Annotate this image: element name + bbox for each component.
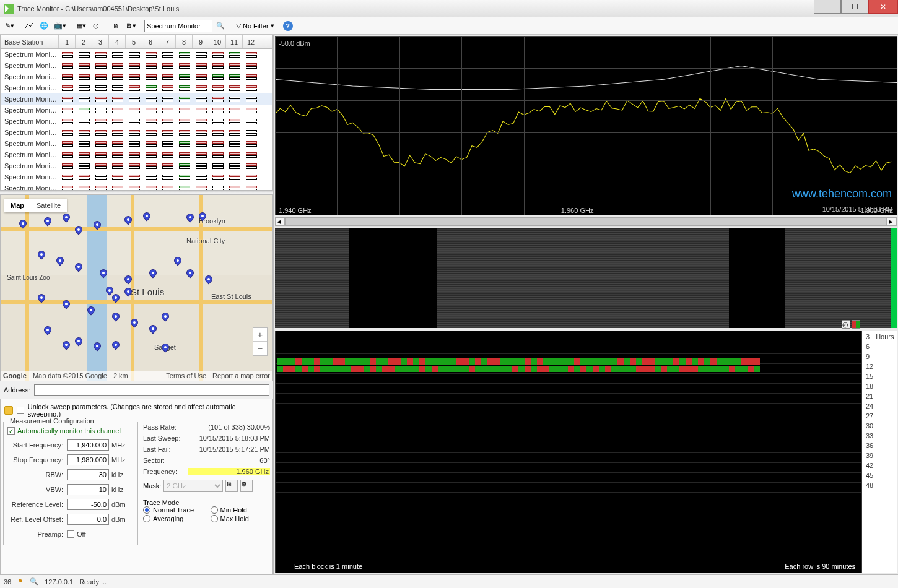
monitor-icon[interactable]: 📺▾ [52,19,68,33]
lock-icon [4,406,13,415]
trace-minhold-radio[interactable] [211,506,218,514]
grid-header: Base Station 1 2 3 4 5 6 7 8 9 10 11 12 [1,35,272,49]
app-icon [4,4,14,14]
window-max-button[interactable]: ☐ [841,0,868,14]
table-row[interactable]: Spectrum Monito... [1,149,272,160]
preamp-checkbox[interactable] [67,530,74,538]
col-6[interactable]: 6 [142,35,159,48]
col-5[interactable]: 5 [126,35,142,48]
table-row[interactable]: Spectrum Monito... [1,49,272,60]
binoculars-icon: 🔍 [30,577,38,586]
window-min-button[interactable]: — [814,0,841,14]
table-row[interactable]: Spectrum Monito... [1,93,272,105]
address-input[interactable] [34,384,269,396]
rbw-input[interactable] [67,469,109,480]
auto-monitor-checkbox[interactable] [7,427,15,435]
waterfall-edge-icon [891,228,897,328]
map-panel[interactable]: Map Satellite St Louis Brooklyn National… [0,194,273,381]
table-row[interactable]: Spectrum Monito... [1,82,272,93]
unlock-checkbox[interactable] [17,407,24,414]
filter-dropdown[interactable]: ▽ No Filter ▾ [233,19,277,33]
clock-icon[interactable]: ◴ [842,320,850,329]
heat-hour-labels: 3Hours 6912151821242730333639424548 [862,331,897,573]
help-icon[interactable]: ? [283,21,293,31]
chart-icon[interactable] [22,19,36,33]
map-city-label: St Louis [131,287,164,297]
table-row[interactable]: Spectrum Monito... [1,183,272,191]
col-7[interactable]: 7 [159,35,176,48]
warn-icon: ⚑ [17,577,24,586]
spectrum-plot[interactable]: -50.0 dBm 1.940 GHz 1.960 GHz 1.980 GHz … [275,36,897,215]
zoom-in-button[interactable]: + [253,328,267,342]
col-8[interactable]: 8 [176,35,193,48]
wizard-icon[interactable]: ✎▾ [2,19,16,33]
col-9[interactable]: 9 [193,35,209,48]
legend-icon[interactable] [852,320,860,329]
table-row[interactable]: Spectrum Monito... [1,138,272,149]
map-tab[interactable]: Map [4,199,30,212]
page-options-icon[interactable]: 🗎▾ [124,19,138,33]
map-zoom[interactable]: +− [253,327,268,356]
globe-icon[interactable]: 🌐 [37,19,51,33]
measurement-config-group: Measurement Configuration Automatically … [3,422,138,545]
table-row[interactable]: Spectrum Monito... [1,116,272,127]
spectrum-scrollbar[interactable]: ◄► [275,217,897,227]
table-row[interactable]: Spectrum Monito... [1,60,272,71]
table-row[interactable]: Spectrum Monito... [1,105,272,116]
col-4[interactable]: 4 [109,35,126,48]
col-2[interactable]: 2 [76,35,92,48]
window-title: Trace Monitor - C:\Users\am004551\Deskto… [17,5,179,12]
col-10[interactable]: 10 [209,35,226,48]
pass-rate-value: (101 of 338) 30.00% [188,423,270,431]
target-icon[interactable]: ◎ [89,19,103,33]
window-titlebar: Trace Monitor - C:\Users\am004551\Deskto… [0,0,898,17]
table-row[interactable]: Spectrum Monito... [1,71,272,82]
stop-freq-input[interactable] [67,454,109,465]
ref-offset-input[interactable] [67,514,109,525]
window-close-button[interactable]: ✕ [868,0,898,14]
mask-edit-button[interactable]: 🗎 [225,480,238,492]
col-3[interactable]: 3 [92,35,109,48]
grid-col-header[interactable]: Base Station [1,35,59,48]
find-icon[interactable]: 🔍 [214,19,227,33]
page-icon[interactable]: 🗎 [109,19,123,33]
waterfall-plot[interactable] [275,228,897,328]
status-bar: 36 ⚑ 🔍 127.0.0.1 Ready ... [0,574,898,588]
start-freq-input[interactable] [67,439,109,451]
trace-maxhold-radio[interactable] [211,515,218,522]
col-1[interactable]: 1 [59,35,76,48]
heat-timeline[interactable]: ◴ Each block is 1 minute Each row is 90 … [275,331,897,573]
mask-settings-button[interactable]: ⚙ [240,480,253,492]
station-grid[interactable]: Base Station 1 2 3 4 5 6 7 8 9 10 11 12 … [0,35,273,191]
table-row[interactable]: Spectrum Monito... [1,127,272,138]
table-row[interactable]: Spectrum Monito... [1,171,272,183]
col-11[interactable]: 11 [226,35,243,48]
freq-highlight: 1.960 GHz [188,468,270,475]
main-toolbar: ✎▾ 🌐 📺▾ ▦▾ ◎ 🗎 🗎▾ 🔍 ▽ No Filter ▾ ? [0,17,898,35]
ref-level-input[interactable] [67,499,109,510]
search-type-input[interactable] [144,20,212,32]
config-panel: Unlock sweep parameters. (Changes are st… [0,399,273,574]
grid-view-icon[interactable]: ▦▾ [74,19,88,33]
vbw-input[interactable] [67,484,109,495]
zoom-out-button[interactable]: − [253,342,267,355]
satellite-tab[interactable]: Satellite [30,199,67,212]
address-label: Address: [4,386,30,394]
table-row[interactable]: Spectrum Monito... [1,160,272,171]
status-count: 36 [4,578,11,586]
trace-avg-radio[interactable] [143,515,150,522]
trace-normal-radio[interactable] [143,506,150,514]
col-12[interactable]: 12 [243,35,259,48]
mask-select[interactable]: 2 GHz [163,480,223,492]
